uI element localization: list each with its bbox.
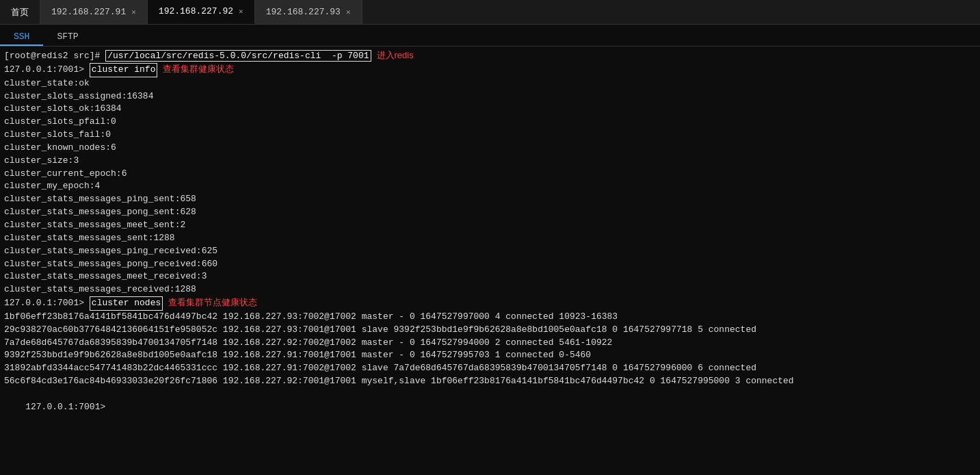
tab-close-92[interactable]: ✕ <box>239 7 243 16</box>
cluster-stats-pong-received: cluster_stats_messages_pong_received:660 <box>4 258 976 271</box>
sub-tab-bar: SSH SFTP <box>0 25 980 47</box>
cluster-known-nodes: cluster_known_nodes:6 <box>4 142 976 155</box>
final-prompt-line: 127.0.0.1:7001> <box>4 388 976 427</box>
cluster-stats-messages-received: cluster_stats_messages_received:1288 <box>4 283 976 296</box>
tab-bar: 首页 192.168.227.91 ✕ 192.168.227.92 ✕ 192… <box>0 0 980 25</box>
terminal[interactable]: [root@redis2 src]# /usr/local/src/redis-… <box>0 47 980 475</box>
node-line-1: 29c938270ac60b37764842136064151fe958052c… <box>4 324 976 337</box>
cluster-my-epoch: cluster_my_epoch:4 <box>4 180 976 193</box>
tab-label-91: 192.168.227.91 <box>51 7 126 17</box>
cluster-slots-pfail: cluster_slots_pfail:0 <box>4 116 976 129</box>
redis-cli-cmd: [root@redis2 src]# /usr/local/src/redis-… <box>4 50 371 63</box>
cluster-info-cmd: cluster info <box>90 63 158 77</box>
node-line-3: 9392f253bbd1e9f9b62628a8e8bd1005e0aafc18… <box>4 349 976 362</box>
node-line-0: 1bf06eff23b8176a4141bf5841bc476d4497bc42… <box>4 311 976 324</box>
command-line-redis-cli: [root@redis2 src]# /usr/local/src/redis-… <box>4 49 976 63</box>
annotation-check-cluster-health: 查看集群健康状态 <box>163 63 234 76</box>
tab-label-93: 192.168.227.93 <box>266 7 341 17</box>
tab-192-168-227-93[interactable]: 192.168.227.93 ✕ <box>255 0 362 24</box>
prompt-1: 127.0.0.1:7001> <box>4 64 90 77</box>
sub-tab-sftp-label: SFTP <box>57 31 78 42</box>
annotation-enter-redis: 进入redis <box>377 49 414 62</box>
redis-cli-input-box: /usr/local/src/redis-5.0.0/src/redis-cli… <box>105 50 371 62</box>
tab-192-168-227-91[interactable]: 192.168.227.91 ✕ <box>40 0 148 24</box>
cluster-size: cluster_size:3 <box>4 155 976 168</box>
cluster-stats-meet-sent: cluster_stats_messages_meet_sent:2 <box>4 219 976 232</box>
tab-close-91[interactable]: ✕ <box>131 8 136 16</box>
cluster-stats-ping-sent: cluster_stats_messages_ping_sent:658 <box>4 193 976 206</box>
cluster-current-epoch: cluster_current_epoch:6 <box>4 168 976 181</box>
cluster-stats-pong-sent: cluster_stats_messages_pong_sent:628 <box>4 206 976 219</box>
node-line-2: 7a7de68d645767da68395839b4700134705f7148… <box>4 337 976 350</box>
cluster-nodes-prompt-line: 127.0.0.1:7001> cluster nodes 查看集群节点健康状态 <box>4 296 976 311</box>
tab-close-93[interactable]: ✕ <box>346 8 351 16</box>
prompt-2: 127.0.0.1:7001> <box>4 297 90 310</box>
cluster-slots-fail: cluster_slots_fail:0 <box>4 129 976 142</box>
sub-tab-ssh[interactable]: SSH <box>0 29 43 46</box>
cluster-stats-ping-received: cluster_stats_messages_ping_received:625 <box>4 245 976 258</box>
tab-192-168-227-92[interactable]: 192.168.227.92 ✕ <box>148 0 255 24</box>
cluster-stats-meet-received: cluster_stats_messages_meet_received:3 <box>4 270 976 283</box>
cluster-state: cluster_state:ok <box>4 77 976 90</box>
sub-tab-ssh-label: SSH <box>14 31 29 42</box>
final-prompt: 127.0.0.1:7001> <box>25 402 111 412</box>
cluster-stats-messages-sent: cluster_stats_messages_sent:1288 <box>4 232 976 245</box>
cluster-info-prompt-line: 127.0.0.1:7001> cluster info 查看集群健康状态 <box>4 63 976 77</box>
tab-home[interactable]: 首页 <box>0 0 40 24</box>
tab-label-92: 192.168.227.92 <box>159 6 233 16</box>
cluster-slots-assigned: cluster_slots_assigned:16384 <box>4 90 976 103</box>
cluster-slots-ok: cluster_slots_ok:16384 <box>4 103 976 116</box>
tab-home-label: 首页 <box>11 6 29 18</box>
cluster-nodes-cmd: cluster nodes <box>90 296 163 311</box>
sub-tab-sftp[interactable]: SFTP <box>43 29 92 46</box>
node-line-5: 56c6f84cd3e176ac84b46933033e20f26fc71806… <box>4 375 976 388</box>
annotation-check-cluster-nodes: 查看集群节点健康状态 <box>168 296 257 309</box>
node-line-4: 31892abfd3344acc547741483b22dc4465331ccc… <box>4 362 976 375</box>
